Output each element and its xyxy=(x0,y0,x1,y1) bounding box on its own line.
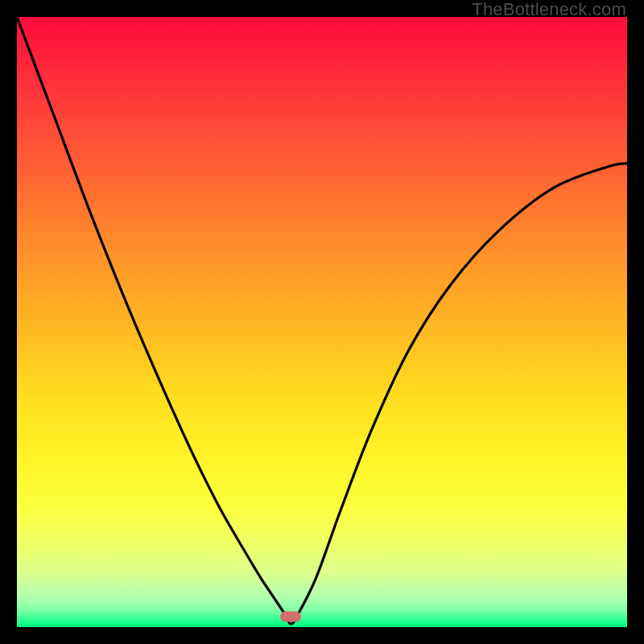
outer-frame: TheBottleneck.com xyxy=(0,0,644,644)
min-marker xyxy=(280,612,301,622)
curve-svg xyxy=(17,17,627,627)
plot-area xyxy=(17,17,627,627)
bottleneck-curve xyxy=(17,17,627,624)
watermark-text: TheBottleneck.com xyxy=(472,0,626,19)
